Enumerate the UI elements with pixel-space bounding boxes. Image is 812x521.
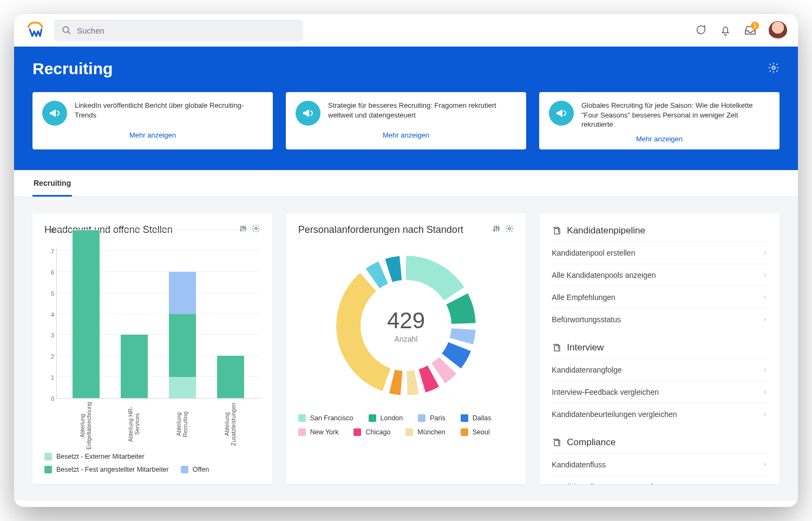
svg-rect-24 [555,440,560,446]
group-title: Compliance [552,435,768,453]
bell-icon[interactable] [719,24,732,37]
link-row[interactable]: Alle Empfehlungen [552,286,768,308]
announcement-text: Strategie für besseres Recruiting: Frago… [328,101,516,126]
search-box[interactable] [54,19,303,41]
legend-item: Chicago [353,428,390,436]
link-row[interactable]: Kandidatenbeurteilungen vergleichen [552,403,768,425]
filter-icon[interactable] [492,224,501,235]
chevron-right-icon [762,315,768,324]
page-title: Recruiting [32,60,113,78]
chevron-right-icon [762,460,768,469]
bar-chart: 012345678 [44,248,260,399]
announcement-text: Globales Recruiting für jede Saison: Wie… [581,101,770,129]
link-group: Interview KandidatenrangfolgeInterview-F… [552,340,768,425]
svg-point-0 [63,27,69,32]
inbox-badge: 1 [751,22,759,30]
chevron-right-icon [762,410,768,419]
donut-chart: 429 Anzahl [330,250,482,401]
gear-icon[interactable] [768,62,780,76]
megaphone-icon [296,101,320,126]
link-group: Compliance KandidatenflussKandidatenflus… [552,435,768,484]
link-row[interactable]: Kandidatenfluss - Zusammenfassung [552,476,768,484]
dashboard: Headcount und offene Stellen 012345678 A… [14,197,798,500]
gear-icon[interactable] [505,224,514,235]
workday-logo [25,20,45,41]
svg-point-10 [508,227,510,230]
hero-banner: Recruiting LinkedIn veröffentlicht Beric… [14,47,798,170]
donut-value: 429 [387,308,425,334]
stack-icon [552,343,561,353]
legend-item: Seoul [461,428,490,436]
inbox-icon[interactable]: 1 [744,24,757,37]
bar [217,356,244,398]
svg-line-1 [68,31,70,34]
stack-icon [552,438,561,447]
legend-item: New York [298,428,339,436]
announcement-card: Globales Recruiting für jede Saison: Wie… [539,92,780,149]
panel-headcount: Headcount und offene Stellen 012345678 A… [32,213,272,484]
link-row[interactable]: Kandidatenfluss [552,453,768,476]
chevron-right-icon [762,388,768,396]
chevron-right-icon [762,366,768,374]
chevron-right-icon [762,293,768,302]
megaphone-icon [549,101,574,126]
search-icon [62,25,71,35]
x-label: Abteilung Recruiting [169,402,196,446]
link-group: Kandidatenpipeline Kandidatenpool erstel… [552,223,768,330]
legend-item: München [405,428,445,436]
announcement-text: LinkedIn veröffentlicht Bericht über glo… [75,101,263,126]
panel-requisitions: Personalanforderungen nach Standort 429 … [286,213,526,484]
svg-point-9 [498,228,500,230]
x-label: Abteilung HR-Services [121,402,148,446]
announcement-card: Strategie für besseres Recruiting: Frago… [286,92,526,149]
link-row[interactable]: Interview-Feedback vergleichen [552,381,768,403]
tab-recruiting[interactable]: Recruiting [32,170,72,197]
chevron-right-icon [762,271,768,279]
top-bar: 1 [14,14,798,47]
search-input[interactable] [77,26,296,35]
x-label: Abteilung Zusatzleistungen [217,402,244,446]
avatar[interactable] [769,21,787,40]
link-row[interactable]: Kandidatenrangfolge [552,359,768,381]
panel-links: Kandidatenpipeline Kandidatenpool erstel… [540,213,780,484]
legend-item: Paris [418,414,445,422]
svg-rect-23 [555,346,560,351]
bar [121,335,148,398]
x-label: Abteilung Entgeltabrechnung [73,402,100,446]
legend-item: London [369,414,403,422]
show-more-link[interactable]: Mehr anzeigen [296,131,516,139]
legend-fest: Besetzt - Fest angestellter Mitarbeiter [44,466,169,473]
group-title: Interview [552,340,768,359]
legend-item: San Francisco [298,414,353,422]
link-row[interactable]: Kandidatenpool erstellen [552,242,768,264]
chevron-right-icon [762,483,768,484]
svg-point-7 [494,229,495,231]
legend-item: Dallas [461,414,492,422]
show-more-link[interactable]: Mehr anzeigen [42,131,263,139]
panel-title: Personalanforderungen nach Standort [298,224,463,236]
megaphone-icon [42,101,67,126]
tabs: Recruiting [14,170,798,197]
stack-icon [552,226,561,236]
svg-point-8 [496,226,497,228]
show-more-link[interactable]: Mehr anzeigen [549,135,770,143]
svg-point-4 [242,226,244,228]
legend-offen: Offen [181,466,209,473]
legend-extern: Besetzt - Externer Mitarbeiter [44,453,145,460]
group-title: Kandidatenpipeline [552,223,768,242]
bar [73,230,100,398]
announcement-card: LinkedIn veröffentlicht Bericht über glo… [32,92,273,149]
chevron-right-icon [762,249,768,257]
link-row[interactable]: Befürwortungsstatus [552,308,768,330]
chat-icon[interactable] [694,24,707,37]
bar [169,272,196,398]
link-row[interactable]: Alle Kandidatenpools anzeigen [552,264,768,286]
svg-rect-22 [555,229,560,234]
svg-point-2 [772,66,775,69]
donut-label: Anzahl [395,335,418,343]
